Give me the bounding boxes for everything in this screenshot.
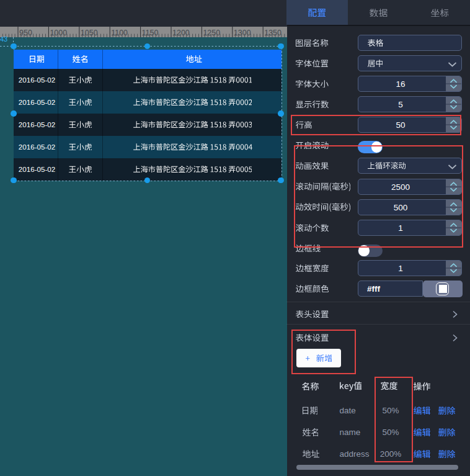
svg-text:1150: 1150 <box>142 29 159 37</box>
svg-text:1300: 1300 <box>234 29 251 37</box>
svg-text:1100: 1100 <box>111 29 128 37</box>
svg-text:1000: 1000 <box>50 29 67 37</box>
svg-text:1250: 1250 <box>203 29 220 37</box>
svg-text:1350: 1350 <box>264 29 282 37</box>
svg-text:1200: 1200 <box>172 29 190 37</box>
svg-text:950: 950 <box>19 29 32 37</box>
svg-text:1050: 1050 <box>81 29 98 37</box>
